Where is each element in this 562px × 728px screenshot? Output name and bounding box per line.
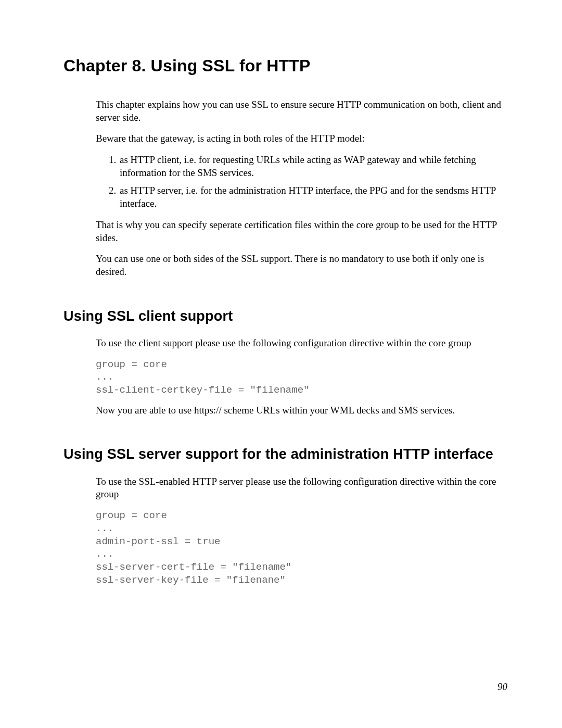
intro-list-item-1: as HTTP client, i.e. for requesting URLs… <box>119 154 507 179</box>
page-number: 90 <box>497 681 507 693</box>
section-client-paragraph-1: To use the client support please use the… <box>96 337 507 350</box>
intro-paragraph-3: That is why you can specify seperate cer… <box>96 219 507 244</box>
intro-paragraph-2: Beware that the gateway, is acting in bo… <box>96 132 507 145</box>
section-client-code: group = core ... ssl-client-certkey-file… <box>96 358 507 397</box>
section-client-paragraph-2: Now you are able to use https:// scheme … <box>96 404 507 417</box>
page-container: Chapter 8. Using SSL for HTTP This chapt… <box>0 0 562 728</box>
intro-list: as HTTP client, i.e. for requesting URLs… <box>96 154 507 210</box>
section-server-title: Using SSL server support for the adminis… <box>63 446 507 462</box>
chapter-title: Chapter 8. Using SSL for HTTP <box>63 56 507 76</box>
section-server-code: group = core ... admin-port-ssl = true .… <box>96 509 507 586</box>
intro-paragraph-4: You can use one or both sides of the SSL… <box>96 253 507 278</box>
intro-list-item-2: as HTTP server, i.e. for the administrat… <box>119 184 507 210</box>
section-client-title: Using SSL client support <box>63 308 507 324</box>
section-server-paragraph-1: To use the SSL-enabled HTTP server pleas… <box>96 475 507 501</box>
intro-paragraph-1: This chapter explains how you can use SS… <box>96 98 507 124</box>
